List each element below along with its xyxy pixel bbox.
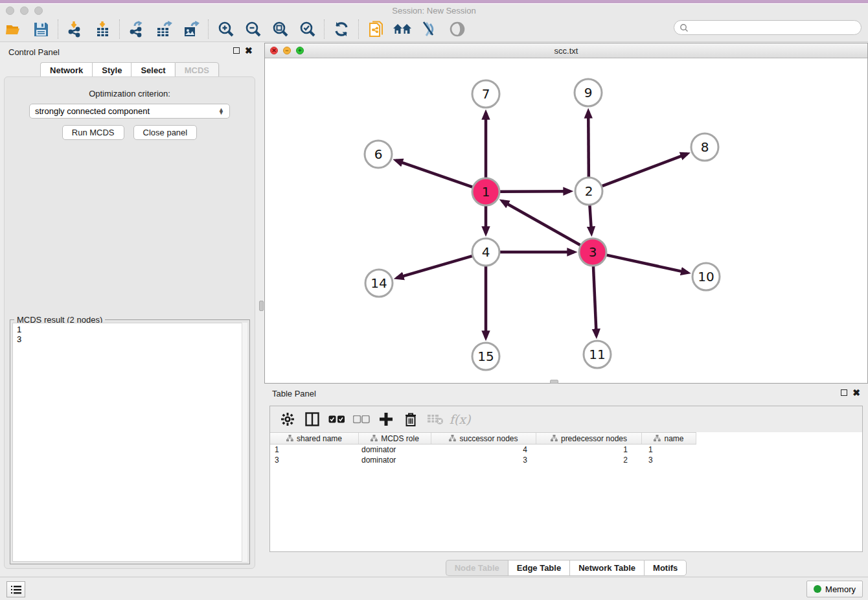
cell: dominator	[359, 456, 431, 465]
mcds-result-text[interactable]: 1 3	[12, 323, 247, 562]
cell: 4	[431, 445, 536, 454]
close-panel-button[interactable]: Close panel	[133, 125, 198, 140]
deselect-all-icon[interactable]	[352, 410, 371, 428]
flat-table-icon	[286, 435, 293, 442]
node-2[interactable]: 2	[575, 178, 602, 205]
table-header-row: shared nameMCDS rolesuccessor nodesprede…	[270, 432, 696, 444]
column-header-successor-nodes[interactable]: successor nodes	[431, 433, 536, 444]
horizontal-splitter-handle[interactable]	[550, 380, 558, 384]
edge-3-10[interactable]	[606, 255, 687, 273]
export-network-icon[interactable]	[127, 19, 146, 39]
node-1[interactable]: 1	[472, 178, 499, 205]
node-15[interactable]: 15	[472, 343, 499, 370]
zoom-selected-icon[interactable]	[297, 19, 317, 39]
select-all-icon[interactable]	[327, 410, 347, 428]
result-scrollbar[interactable]	[242, 323, 247, 562]
node-14[interactable]: 14	[365, 270, 393, 297]
svg-text:4: 4	[482, 244, 490, 260]
node-10[interactable]: 10	[692, 263, 720, 290]
node-3[interactable]: 3	[579, 238, 606, 266]
tab-edge-table[interactable]: Edge Table	[508, 560, 569, 576]
svg-text:1: 1	[482, 184, 490, 200]
function-builder-icon[interactable]: f(x)	[450, 410, 470, 428]
zoom-in-icon[interactable]	[216, 19, 235, 39]
save-session-icon[interactable]	[31, 19, 51, 39]
table-panel-float-icon[interactable]	[841, 389, 847, 396]
column-header-name[interactable]: name	[642, 433, 696, 444]
zoom-fit-icon[interactable]	[270, 19, 290, 39]
delete-column-icon[interactable]	[401, 410, 420, 428]
hide-graphics-details-icon[interactable]	[420, 19, 440, 39]
export-image-icon[interactable]	[181, 19, 201, 39]
import-network-icon[interactable]	[65, 19, 85, 39]
column-header-MCDS-role[interactable]: MCDS role	[359, 433, 431, 444]
node-table-container: f(x) shared nameMCDS rolesuccessor nodes…	[269, 406, 863, 552]
optimization-criterion-select[interactable]: strongly connected component ▲▼	[29, 104, 230, 119]
edge-2-8[interactable]	[602, 154, 687, 186]
tab-network-table[interactable]: Network Table	[569, 560, 644, 576]
cell: 1	[536, 445, 642, 454]
mcds-result-group: MCDS result (2 nodes) 1 3	[10, 319, 250, 564]
split-view-icon[interactable]	[303, 410, 322, 428]
table-settings-icon[interactable]	[278, 410, 297, 428]
add-column-icon[interactable]	[376, 410, 396, 428]
task-history-button[interactable]	[6, 581, 25, 597]
edge-3-1[interactable]	[502, 201, 580, 245]
column-header-predecessor-nodes[interactable]: predecessor nodes	[536, 433, 642, 444]
node-6[interactable]: 6	[365, 141, 392, 168]
tab-motifs[interactable]: Motifs	[644, 560, 687, 576]
edge-2-3[interactable]	[589, 205, 591, 233]
search-input[interactable]	[689, 22, 861, 34]
network-window-title: scc.txt	[265, 46, 867, 56]
cell: dominator	[359, 445, 431, 454]
network-window-titlebar[interactable]: ✕ − + scc.txt	[265, 43, 867, 58]
cell: 3	[270, 456, 359, 465]
network-maximize-icon[interactable]: +	[296, 47, 304, 54]
network-canvas[interactable]: 7968124314101511	[265, 58, 867, 383]
edge-4-14[interactable]	[397, 256, 472, 278]
import-table-icon[interactable]	[93, 19, 112, 39]
flat-table-icon	[371, 435, 378, 442]
cell: 2	[536, 456, 642, 465]
table-row[interactable]: 3dominator323	[270, 455, 862, 465]
network-view-window: ✕ − + scc.txt 7968124314101511	[264, 43, 868, 384]
edge-1-2[interactable]	[500, 191, 570, 192]
window-title: Session: New Session	[0, 6, 868, 16]
control-panel-float-icon[interactable]	[233, 47, 240, 54]
table-panel-close-icon[interactable]: ✖	[852, 389, 860, 396]
node-11[interactable]: 11	[584, 341, 611, 368]
node-8[interactable]: 8	[691, 133, 718, 161]
column-header-shared-name[interactable]: shared name	[270, 433, 359, 444]
application-window: Session: New Session	[0, 0, 868, 600]
network-close-icon[interactable]: ✕	[270, 47, 278, 54]
memory-button[interactable]: Memory	[806, 581, 863, 597]
svg-text:11: 11	[589, 347, 605, 362]
node-4[interactable]: 4	[472, 238, 499, 266]
control-panel-close-icon[interactable]: ✖	[245, 47, 253, 54]
table-panel-tabs: Node TableEdge TableNetwork TableMotifs	[264, 560, 868, 576]
show-graphics-details-icon[interactable]	[448, 19, 467, 39]
vertical-splitter-handle[interactable]	[259, 301, 264, 311]
edge-2-9[interactable]	[588, 111, 589, 177]
search-field[interactable]	[674, 20, 862, 35]
network-minimize-icon[interactable]: −	[283, 47, 291, 54]
delete-table-icon[interactable]	[426, 410, 445, 428]
new-network-from-selection-icon[interactable]	[366, 19, 385, 39]
memory-status-dot	[814, 585, 821, 593]
refresh-layout-icon[interactable]	[332, 19, 351, 39]
export-table-icon[interactable]	[154, 19, 174, 39]
svg-text:8: 8	[701, 139, 709, 155]
edge-3-11[interactable]	[593, 266, 597, 336]
table-row[interactable]: 1dominator411	[270, 444, 862, 455]
zoom-out-icon[interactable]	[243, 19, 262, 39]
edge-1-6[interactable]	[396, 161, 472, 187]
main-titlebar[interactable]: Session: New Session	[0, 4, 868, 17]
toolbar-separator	[119, 19, 120, 39]
svg-text:9: 9	[584, 85, 593, 100]
tab-node-table[interactable]: Node Table	[446, 560, 508, 576]
node-7[interactable]: 7	[472, 80, 499, 108]
node-9[interactable]: 9	[575, 79, 602, 106]
home-icon[interactable]	[393, 19, 413, 39]
open-session-icon[interactable]	[4, 19, 23, 39]
run-mcds-button[interactable]: Run MCDS	[62, 125, 124, 140]
